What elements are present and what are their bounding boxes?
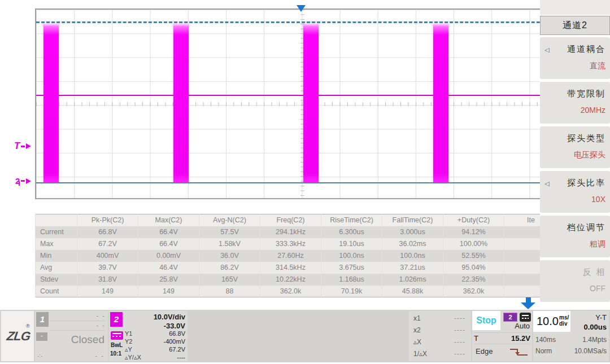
- measurement-column-header: [36, 214, 77, 226]
- measurement-value: 165V: [199, 274, 260, 286]
- trigger-position-marker-icon[interactable]: [297, 5, 306, 12]
- measurement-value: 10.22kHz: [260, 274, 321, 286]
- measurement-row-label: Count: [36, 286, 77, 297]
- readout-value: ----: [177, 354, 185, 361]
- readout-value: 66.8V: [169, 330, 185, 337]
- measurement-value: 362.0k: [260, 286, 321, 297]
- trigger-level-value: 15.2V: [511, 333, 530, 344]
- menu-top-strip: [540, 0, 610, 15]
- channel2-status-box[interactable]: 2 10.0V/div -33.0V BwL 10:1 66.8VY1-400m…: [109, 311, 188, 361]
- menu-item-4[interactable]: ◁探头比率10X: [540, 171, 610, 213]
- measurement-value: 100.00%: [443, 238, 504, 250]
- measurement-header-row: Pk-Pk(C2)Max(C2)Avg-N(C2)Freq(C2)RiseTim…: [36, 214, 572, 226]
- menu-item-label: 档位调节: [567, 222, 605, 233]
- measurement-value: 6.300us: [321, 226, 382, 238]
- measurement-value: 86.2V: [199, 262, 260, 274]
- measurement-value: 36.0V: [199, 250, 260, 262]
- falling-edge-icon: [510, 348, 529, 357]
- readout-value: -400mV: [163, 338, 185, 345]
- cursor-y1-line[interactable]: [36, 21, 565, 23]
- x-cursor-row: ----▵X: [413, 338, 465, 348]
- display-mode-label: Y-T: [595, 313, 607, 322]
- run-state-indicator[interactable]: Stop: [472, 311, 500, 330]
- menu-item-label: 探头类型: [567, 133, 605, 144]
- menu-item-value: 粗调: [590, 239, 605, 249]
- trigger-source-badge: 2: [503, 313, 517, 322]
- measurement-value: 70.19k: [321, 286, 382, 297]
- sample-rate-value: 10.0MSa/s: [574, 347, 607, 355]
- measurement-value: 52.55%: [443, 250, 504, 262]
- measurement-row-label: Current: [36, 226, 77, 238]
- channel-menu-panel: 通道2 ◁通道耦合直流带宽限制20MHz探头类型电压探头◁探头比率10X档位调节…: [540, 0, 610, 308]
- registered-mark: ®: [26, 323, 30, 329]
- x-cursor-row: ----x2: [413, 326, 465, 336]
- arrow-tail: [21, 146, 25, 147]
- measurement-value: 66.8V: [77, 226, 138, 238]
- measurement-value: 37.21us: [382, 262, 443, 274]
- pulse-burst-trace: [43, 23, 59, 183]
- measurement-value: 314.5kHz: [260, 262, 321, 274]
- menu-item-2[interactable]: 带宽限制20MHz: [540, 82, 610, 124]
- channel1-scale-value: - -: [50, 312, 106, 321]
- measurement-value: 45.88k: [382, 286, 443, 297]
- menu-item-6: 反 相OFF: [540, 260, 610, 302]
- trigger-status-box[interactable]: Stop 2 Auto T 15.2V Edge: [472, 311, 532, 361]
- channel2-scale-value: 10.0V/div: [154, 313, 185, 321]
- menu-item-3[interactable]: 探头类型电压探头: [540, 126, 610, 168]
- measurement-column-header: Freq(C2): [260, 214, 321, 226]
- channel1-status-box[interactable]: 1 - - - - - Closed -:- - -: [35, 311, 108, 361]
- arrow-tail: [21, 180, 25, 182]
- measurement-row: Stdev31.8V25.8V165V10.22kHz1.168us1.026m…: [36, 274, 572, 286]
- channel1-badge: 1: [36, 312, 49, 327]
- measurement-value: 31.8V: [77, 274, 138, 286]
- measurement-value: 46.4V: [138, 262, 199, 274]
- menu-title: 通道2: [540, 16, 610, 35]
- measurement-value: 95.04%: [443, 262, 504, 274]
- expand-left-arrow-icon[interactable]: ◁: [544, 46, 549, 54]
- measurement-row-label: Max: [36, 238, 77, 250]
- acquisition-mode-value: Norm: [535, 347, 552, 355]
- bandwidth-limit-flag: BwL: [111, 342, 123, 348]
- channel2-position-marker[interactable]: 2: [15, 176, 31, 186]
- measurement-value: 22.35%: [443, 274, 504, 286]
- measurement-value: 19.10us: [321, 238, 382, 250]
- menu-item-label: 带宽限制: [567, 89, 605, 99]
- expand-left-arrow-icon[interactable]: ◁: [544, 180, 549, 187]
- channel1-bottom-left: -:-: [37, 353, 42, 359]
- acquisition-row: Norm 10.0MSa/s: [535, 347, 607, 356]
- pulse-burst-trace: [303, 23, 319, 183]
- measurement-column-header: FallTime(C2): [382, 214, 443, 226]
- menu-items: ◁通道耦合直流带宽限制20MHz探头类型电压探头◁探头比率10X档位调节粗调反 …: [540, 37, 610, 302]
- waveform-display: [35, 8, 567, 199]
- menu-item-label: 探头比率: [567, 178, 605, 188]
- trigger-level-marker[interactable]: T: [14, 141, 31, 152]
- measurement-row-label: Avg: [36, 262, 77, 274]
- measurement-value: 400mV: [77, 250, 138, 262]
- x-cursor-label: x2: [413, 326, 421, 334]
- timebase-unit: ms/ div: [559, 314, 569, 327]
- measurement-value: 294.1kHz: [260, 226, 321, 238]
- measurement-row: Count14914988362.0k70.19k45.88k362.0k: [36, 286, 572, 297]
- x-cursor-value: ----: [454, 314, 465, 322]
- measurement-value: 3.675us: [321, 262, 382, 274]
- timebase-status-box[interactable]: 10.0 ms/ div Y-T 0.00us 140ms 1.4Mpts No…: [533, 311, 609, 361]
- cursor-y2-line[interactable]: [36, 182, 565, 183]
- measurement-row: Max67.2V66.4V1.58kV333.3kHz19.10us36.02m…: [36, 238, 572, 250]
- measurement-value: 88: [199, 286, 260, 297]
- table-scroll-down-arrow-icon[interactable]: [521, 297, 535, 309]
- menu-item-value: 10X: [591, 195, 605, 204]
- measurement-value: 67.2V: [77, 238, 138, 250]
- channel1-bottom-right: - -: [95, 352, 104, 359]
- arrow-head: [521, 302, 535, 309]
- trigger-mode-label: Auto: [502, 322, 530, 330]
- menu-item-1[interactable]: ◁通道耦合直流: [540, 37, 610, 79]
- trigger-type-label: Edge: [476, 347, 493, 356]
- x-cursor-label: 1/▵X: [413, 350, 427, 358]
- menu-item-label: 反 相: [583, 267, 605, 278]
- menu-item-5[interactable]: 档位调节粗调: [540, 216, 610, 257]
- measurement-value: 100.0ns: [321, 250, 382, 262]
- oscilloscope-screen: T 2 Pk-Pk(C2)Max(C2)Avg-N(C2)Freq(C2)Ris…: [0, 0, 610, 364]
- menu-item-label: 通道耦合: [567, 44, 605, 55]
- measurement-row-label: Min: [36, 250, 77, 262]
- measurement-table: Pk-Pk(C2)Max(C2)Avg-N(C2)Freq(C2)RiseTim…: [35, 214, 572, 297]
